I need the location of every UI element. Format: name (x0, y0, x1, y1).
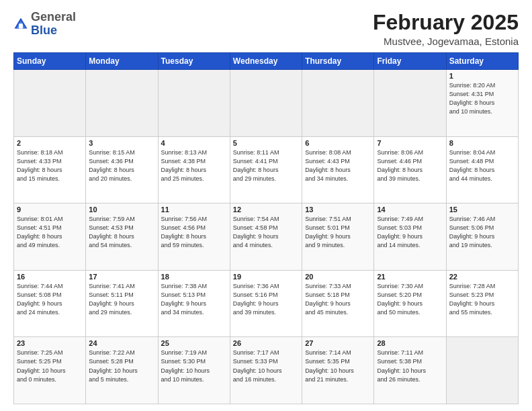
week-row-5: 23Sunrise: 7:25 AM Sunset: 5:25 PM Dayli… (14, 337, 519, 404)
day-info: Sunrise: 7:33 AM Sunset: 5:18 PM Dayligh… (305, 282, 371, 317)
day-info: Sunrise: 7:51 AM Sunset: 5:01 PM Dayligh… (305, 215, 371, 250)
day-info: Sunrise: 7:49 AM Sunset: 5:03 PM Dayligh… (377, 215, 443, 250)
day-number: 14 (377, 205, 443, 214)
col-wednesday: Wednesday (230, 53, 302, 70)
calendar-cell (302, 70, 374, 137)
col-sunday: Sunday (14, 53, 86, 70)
day-number: 24 (89, 339, 154, 347)
title-block: February 2025 Mustvee, Jogevamaa, Estoni… (373, 11, 519, 47)
week-row-1: 1Sunrise: 8:20 AM Sunset: 4:31 PM Daylig… (14, 70, 519, 137)
day-number: 23 (17, 339, 83, 347)
week-row-2: 2Sunrise: 8:18 AM Sunset: 4:33 PM Daylig… (14, 136, 519, 203)
day-info: Sunrise: 7:25 AM Sunset: 5:25 PM Dayligh… (17, 349, 83, 383)
day-info: Sunrise: 7:19 AM Sunset: 5:30 PM Dayligh… (161, 349, 227, 383)
location: Mustvee, Jogevamaa, Estonia (373, 36, 519, 47)
month-title: February 2025 (373, 11, 519, 34)
calendar-cell: 6Sunrise: 8:08 AM Sunset: 4:43 PM Daylig… (302, 136, 374, 203)
day-info: Sunrise: 8:15 AM Sunset: 4:36 PM Dayligh… (89, 148, 154, 183)
col-monday: Monday (86, 53, 158, 70)
calendar-cell (374, 70, 446, 137)
calendar-cell: 3Sunrise: 8:15 AM Sunset: 4:36 PM Daylig… (86, 136, 158, 203)
day-number: 1 (449, 72, 515, 80)
calendar-cell (158, 70, 230, 137)
calendar-cell: 5Sunrise: 8:11 AM Sunset: 4:41 PM Daylig… (230, 136, 302, 203)
day-info: Sunrise: 7:59 AM Sunset: 4:53 PM Dayligh… (89, 215, 154, 250)
calendar: Sunday Monday Tuesday Wednesday Thursday… (13, 52, 519, 404)
day-number: 6 (305, 139, 371, 147)
calendar-cell: 17Sunrise: 7:41 AM Sunset: 5:11 PM Dayli… (86, 270, 158, 337)
day-info: Sunrise: 7:30 AM Sunset: 5:20 PM Dayligh… (377, 282, 443, 317)
day-info: Sunrise: 7:22 AM Sunset: 5:28 PM Dayligh… (89, 349, 154, 383)
col-saturday: Saturday (446, 53, 518, 70)
day-info: Sunrise: 7:41 AM Sunset: 5:11 PM Dayligh… (89, 282, 154, 317)
calendar-cell: 8Sunrise: 8:04 AM Sunset: 4:48 PM Daylig… (446, 136, 518, 203)
col-tuesday: Tuesday (158, 53, 230, 70)
day-number: 13 (305, 205, 371, 214)
day-info: Sunrise: 8:20 AM Sunset: 4:31 PM Dayligh… (449, 81, 515, 116)
day-info: Sunrise: 8:13 AM Sunset: 4:38 PM Dayligh… (161, 148, 227, 183)
calendar-header: Sunday Monday Tuesday Wednesday Thursday… (14, 53, 519, 70)
calendar-cell: 7Sunrise: 8:06 AM Sunset: 4:46 PM Daylig… (374, 136, 446, 203)
day-number: 19 (233, 273, 299, 281)
calendar-cell: 16Sunrise: 7:44 AM Sunset: 5:08 PM Dayli… (14, 270, 86, 337)
calendar-cell: 28Sunrise: 7:11 AM Sunset: 5:38 PM Dayli… (374, 337, 446, 404)
day-info: Sunrise: 7:14 AM Sunset: 5:35 PM Dayligh… (305, 349, 371, 383)
col-thursday: Thursday (302, 53, 374, 70)
calendar-cell: 15Sunrise: 7:46 AM Sunset: 5:06 PM Dayli… (446, 203, 518, 271)
logo-text: General Blue (31, 11, 76, 38)
calendar-cell: 2Sunrise: 8:18 AM Sunset: 4:33 PM Daylig… (14, 136, 86, 203)
calendar-cell: 4Sunrise: 8:13 AM Sunset: 4:38 PM Daylig… (158, 136, 230, 203)
calendar-cell: 1Sunrise: 8:20 AM Sunset: 4:31 PM Daylig… (446, 70, 518, 137)
day-number: 16 (17, 273, 83, 281)
header-row: Sunday Monday Tuesday Wednesday Thursday… (14, 53, 519, 70)
day-number: 20 (305, 273, 371, 281)
calendar-cell (86, 70, 158, 137)
week-row-4: 16Sunrise: 7:44 AM Sunset: 5:08 PM Dayli… (14, 270, 519, 337)
day-info: Sunrise: 7:46 AM Sunset: 5:06 PM Dayligh… (449, 215, 515, 250)
day-number: 5 (233, 139, 299, 147)
logo-icon (13, 17, 28, 32)
day-info: Sunrise: 8:08 AM Sunset: 4:43 PM Dayligh… (305, 148, 371, 183)
day-number: 22 (449, 273, 515, 281)
day-number: 17 (89, 273, 154, 281)
calendar-cell: 21Sunrise: 7:30 AM Sunset: 5:20 PM Dayli… (374, 270, 446, 337)
page: General Blue February 2025 Mustvee, Joge… (0, 0, 532, 411)
day-number: 28 (377, 339, 443, 347)
logo: General Blue (13, 11, 76, 38)
day-number: 15 (449, 205, 515, 214)
calendar-cell: 13Sunrise: 7:51 AM Sunset: 5:01 PM Dayli… (302, 203, 374, 271)
day-number: 10 (89, 205, 154, 214)
day-number: 3 (89, 139, 154, 147)
day-info: Sunrise: 7:36 AM Sunset: 5:16 PM Dayligh… (233, 282, 299, 317)
day-number: 25 (161, 339, 227, 347)
day-number: 27 (305, 339, 371, 347)
day-info: Sunrise: 7:17 AM Sunset: 5:33 PM Dayligh… (233, 349, 299, 383)
day-info: Sunrise: 8:06 AM Sunset: 4:46 PM Dayligh… (377, 148, 443, 183)
calendar-cell: 24Sunrise: 7:22 AM Sunset: 5:28 PM Dayli… (86, 337, 158, 404)
day-info: Sunrise: 8:11 AM Sunset: 4:41 PM Dayligh… (233, 148, 299, 183)
day-info: Sunrise: 8:04 AM Sunset: 4:48 PM Dayligh… (449, 148, 515, 183)
day-number: 2 (17, 139, 83, 147)
calendar-cell: 12Sunrise: 7:54 AM Sunset: 4:58 PM Dayli… (230, 203, 302, 271)
logo-general: General (31, 10, 76, 24)
logo-blue: Blue (31, 24, 57, 37)
calendar-cell: 9Sunrise: 8:01 AM Sunset: 4:51 PM Daylig… (14, 203, 86, 271)
calendar-cell: 11Sunrise: 7:56 AM Sunset: 4:56 PM Dayli… (158, 203, 230, 271)
day-info: Sunrise: 7:38 AM Sunset: 5:13 PM Dayligh… (161, 282, 227, 317)
calendar-body: 1Sunrise: 8:20 AM Sunset: 4:31 PM Daylig… (14, 70, 519, 404)
day-info: Sunrise: 7:28 AM Sunset: 5:23 PM Dayligh… (449, 282, 515, 317)
day-number: 11 (161, 205, 227, 214)
day-number: 9 (17, 205, 83, 214)
day-info: Sunrise: 7:44 AM Sunset: 5:08 PM Dayligh… (17, 282, 83, 317)
day-number: 7 (377, 139, 443, 147)
week-row-3: 9Sunrise: 8:01 AM Sunset: 4:51 PM Daylig… (14, 203, 519, 271)
calendar-cell (230, 70, 302, 137)
calendar-cell: 27Sunrise: 7:14 AM Sunset: 5:35 PM Dayli… (302, 337, 374, 404)
calendar-cell: 22Sunrise: 7:28 AM Sunset: 5:23 PM Dayli… (446, 270, 518, 337)
calendar-cell: 19Sunrise: 7:36 AM Sunset: 5:16 PM Dayli… (230, 270, 302, 337)
calendar-cell: 20Sunrise: 7:33 AM Sunset: 5:18 PM Dayli… (302, 270, 374, 337)
calendar-cell: 18Sunrise: 7:38 AM Sunset: 5:13 PM Dayli… (158, 270, 230, 337)
calendar-cell: 25Sunrise: 7:19 AM Sunset: 5:30 PM Dayli… (158, 337, 230, 404)
day-info: Sunrise: 8:18 AM Sunset: 4:33 PM Dayligh… (17, 148, 83, 183)
day-number: 18 (161, 273, 227, 281)
